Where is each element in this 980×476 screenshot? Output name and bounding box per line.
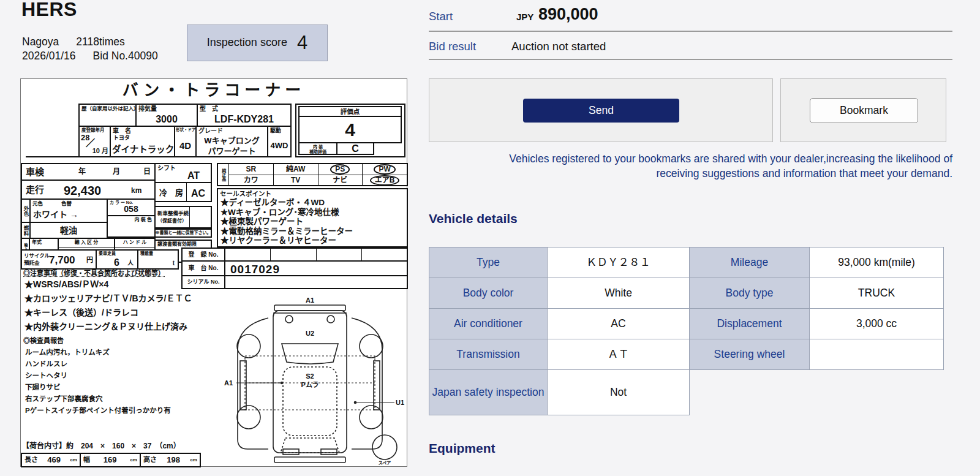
divider bbox=[186, 183, 187, 201]
maker-name: トヨタ bbox=[113, 135, 130, 142]
bookmark-button[interactable]: Bookmark bbox=[810, 98, 918, 123]
table-row: Transmission ＡＴ Steering wheel bbox=[429, 339, 944, 370]
drive-label: 駆動 bbox=[270, 127, 281, 134]
displacement-value: 3000 bbox=[137, 113, 197, 125]
detail-label: Steering wheel bbox=[690, 339, 810, 370]
diagram-pmura-label: Pムラ bbox=[301, 381, 319, 388]
table-row: Air conditioner AC Displacement 3,000 cc bbox=[429, 309, 944, 339]
recycle-label-2: 預託金 bbox=[24, 260, 40, 266]
notes-label: ◎注意事項（修復・不具合箇所および状態等） bbox=[23, 270, 165, 278]
outer-dimensions-row: 長さ 469 cm 幅 169 cm 高さ 198 cm bbox=[21, 453, 201, 467]
interior-score-value: C bbox=[336, 142, 374, 155]
year-char: 年 bbox=[78, 167, 86, 176]
note-line: ★内外装クリーニング＆Ｐヌリ仕上げ済み bbox=[24, 322, 187, 332]
send-button[interactable]: Send bbox=[523, 99, 679, 123]
serial-no-row: シリアル No. bbox=[181, 275, 408, 289]
interior-score-label-cell: 内 装 補助評価 bbox=[298, 142, 337, 155]
mileage-unit: km bbox=[131, 186, 141, 195]
person-char: 人 bbox=[127, 260, 134, 267]
divider bbox=[189, 207, 190, 227]
model-code-value: LDF-KDY281 bbox=[198, 113, 290, 125]
sales-point: ★ディーゼルターボ・４WD bbox=[221, 198, 353, 208]
bid-result-value: Auction not started bbox=[511, 40, 606, 53]
auction-location: Nagoya bbox=[22, 36, 59, 48]
start-price-value: 890,000 bbox=[538, 4, 598, 24]
drive-cell: 駆動 4WD bbox=[267, 126, 292, 157]
inspector-report-label: ◎検査員報告 bbox=[23, 337, 64, 345]
day-char: 日 bbox=[143, 167, 151, 176]
genuine-ps: PS bbox=[318, 164, 363, 175]
color-no-value: 058 bbox=[108, 204, 154, 214]
grade-line1: Wキャブロング bbox=[197, 136, 267, 146]
length-cell: 長さ 469 cm bbox=[21, 453, 81, 467]
sales-point: ★電動格納ミラー＆ミラーヒーター bbox=[221, 227, 353, 236]
detail-label: Type bbox=[429, 247, 548, 278]
genuine-tv: TV bbox=[273, 175, 318, 186]
auction-times: 2118times bbox=[76, 36, 124, 48]
currency-label: JPY bbox=[516, 12, 533, 23]
empty-cell bbox=[810, 370, 944, 415]
inspection-score-badge: Inspection score 4 bbox=[187, 25, 328, 61]
inspector-note: 下廻りサビ bbox=[25, 383, 61, 392]
detail-value: 93,000 km(mile) bbox=[810, 247, 944, 278]
mileage-label: 走行 bbox=[26, 184, 44, 195]
empty-cell bbox=[690, 370, 810, 415]
sales-point: ★Wキャブ・ロング･寒冷地仕様 bbox=[221, 208, 353, 217]
recycle-label-1: リサイクル bbox=[24, 252, 50, 259]
note-line: ★キーレス（後送）/ドラレコ bbox=[24, 308, 138, 318]
pw-oval-mark: PW bbox=[374, 164, 395, 175]
interior-color-cell: 内 装 色 bbox=[107, 215, 156, 238]
note-line: ★カロッツェリアナビ/ＴＶ/Bカメラ/ＥＴＣ bbox=[24, 293, 192, 304]
shift-label: シフト bbox=[157, 165, 176, 172]
cooling-cell: 冷 房 AC bbox=[154, 182, 212, 202]
bookmark-note-line2: receiving suggestions and information th… bbox=[429, 166, 952, 181]
detail-value: 3,000 cc bbox=[810, 309, 944, 339]
detail-value: White bbox=[548, 278, 690, 309]
width-cell: 幅 169 cm bbox=[81, 453, 141, 467]
start-price-label: Start bbox=[429, 10, 453, 23]
chassis-no-value: 0017029 bbox=[225, 262, 407, 275]
reg-no-label: 登 録 No. bbox=[183, 249, 225, 260]
transfer-label: 譲渡書類有効期限 bbox=[157, 241, 197, 247]
table-row: Body color White Body type TRUCK bbox=[429, 278, 944, 309]
reg-no-sub bbox=[271, 249, 316, 260]
month-char: 月 bbox=[113, 167, 120, 176]
color-no-cell: カ ラ ー No. 058 bbox=[107, 198, 156, 216]
reg-no-row: 登 録 No. bbox=[181, 247, 408, 262]
reg-no-sub bbox=[317, 249, 362, 260]
page-title: HERS bbox=[21, 0, 77, 21]
auction-date: 2026/01/16 bbox=[22, 50, 76, 62]
grade-cell: グレード Wキャブロング パワーゲート bbox=[195, 126, 268, 157]
displacement-label: 排気量 bbox=[138, 105, 157, 113]
exterior-color-cell: 元色 色替 ホワイト → bbox=[29, 198, 108, 223]
airbag-oval-mark: エアB bbox=[370, 175, 400, 186]
equipment-heading: Equipment bbox=[429, 440, 496, 456]
capacity-value: 6 bbox=[114, 257, 119, 268]
detail-value bbox=[810, 339, 944, 370]
sales-point: ★極東製パワーゲート bbox=[221, 217, 353, 227]
mileage-cell: 走行 92,430 km bbox=[21, 179, 156, 200]
width-label: 幅 bbox=[83, 456, 90, 464]
vehicle-details-table: Type ＫＤＹ２８１ Mileage 93,000 km(mile) Body… bbox=[429, 247, 944, 415]
detail-label: Transmission bbox=[429, 339, 548, 370]
auction-sheet: バン・トラコーナー 歴（自家用以外は記入） 排気量 3000 型 式 LDF-K… bbox=[20, 78, 407, 467]
divider bbox=[59, 247, 114, 248]
diagram-a1-top-label: A1 bbox=[306, 297, 314, 304]
car-name-cell: 車 名 トヨタ ダイナトラック bbox=[110, 126, 175, 157]
recycle-deposit-cell: リサイクル 預託金 7,700 円 bbox=[21, 249, 97, 270]
sales-point: ★リヤクーラー＆リヤヒーター bbox=[221, 236, 353, 246]
handle-label: ハ ン ド ル bbox=[115, 240, 154, 246]
diagram-s2-label: S2 bbox=[306, 372, 314, 380]
capacity-cell: 乗車定員 6 人 bbox=[96, 249, 138, 270]
model-code-label: 型 式 bbox=[200, 105, 218, 113]
mileage-value: 92,430 bbox=[64, 183, 101, 198]
keep-documents-note: ※書類と一緒に保管下さい。 bbox=[154, 229, 212, 238]
ps-oval-mark: PS bbox=[330, 164, 350, 175]
diagram-a1-left-label: A1 bbox=[224, 379, 233, 387]
car-name-value: ダイナトラック bbox=[112, 145, 174, 155]
inspector-note: ルーム内汚れ，トリムキズ bbox=[25, 349, 110, 357]
bookmark-note: Vehicles registered to your bookmarks ar… bbox=[429, 151, 952, 181]
signature-line bbox=[26, 156, 85, 157]
cooling-label: 冷 房 bbox=[159, 188, 183, 198]
height-cell: 高さ 198 cm bbox=[141, 453, 201, 467]
